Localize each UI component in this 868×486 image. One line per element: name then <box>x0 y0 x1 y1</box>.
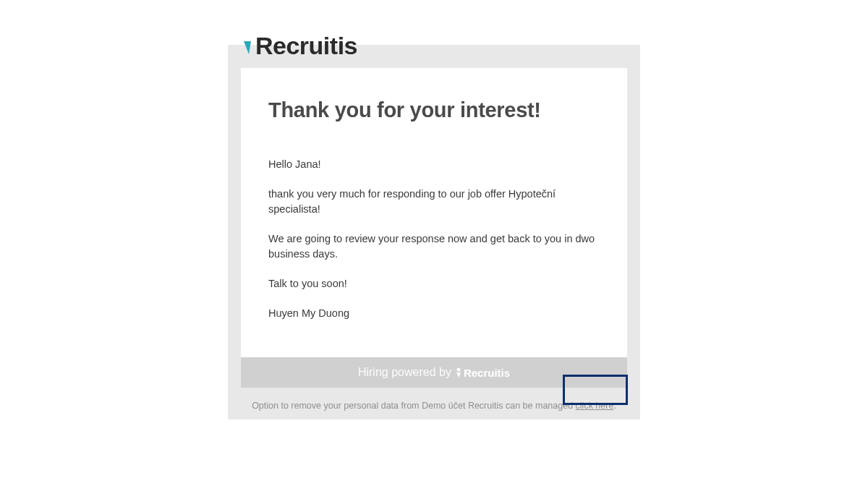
powered-by-text: Hiring powered by <box>358 366 451 379</box>
logo-text: Recruitis <box>255 32 357 60</box>
disclaimer-suffix: . <box>613 401 616 411</box>
email-container: Recruitis Thank you for your interest! H… <box>228 45 640 419</box>
card-heading: Thank you for your interest! <box>268 98 600 122</box>
svg-point-0 <box>456 368 460 372</box>
body-line-1: thank you very much for responding to ou… <box>268 187 600 217</box>
body-line-2: We are going to review your response now… <box>268 231 600 262</box>
footer-banner: Hiring powered by Recruitis <box>241 357 627 388</box>
click-here-link[interactable]: click here <box>576 401 614 411</box>
disclaimer-prefix: Option to remove your personal data from… <box>252 401 575 411</box>
footer-logo-icon <box>455 367 462 378</box>
disclaimer-text: Option to remove your personal data from… <box>228 388 640 419</box>
footer-logo-text: Recruitis <box>464 367 510 379</box>
greeting-text: Hello Jana! <box>268 157 600 172</box>
body-line-3: Talk to you soon! <box>268 276 600 291</box>
header-logo-area: Recruitis <box>228 45 640 54</box>
logo-accent-icon <box>244 41 251 54</box>
footer-logo: Recruitis <box>455 367 510 379</box>
message-card: Thank you for your interest! Hello Jana!… <box>241 68 627 357</box>
signature: Huyen My Duong <box>268 306 600 321</box>
